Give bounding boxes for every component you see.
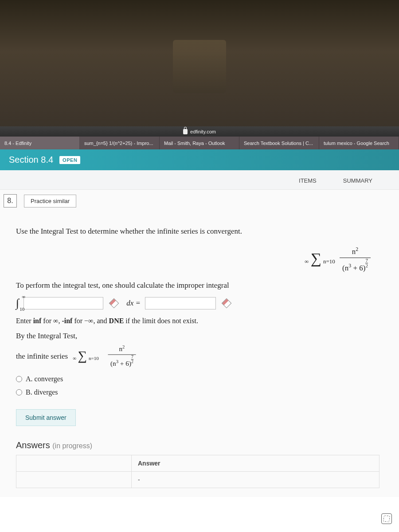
lock-icon [183,129,188,134]
tab-wolfram[interactable]: sum_{n=5} 1/(n^2+25) - Impro... [80,137,160,150]
question-number: 8. [4,194,17,207]
dx-equals: dx = [126,297,141,309]
answers-table: Answer - [16,455,379,488]
integral-input-row: ∫∞10 dx = [16,294,384,313]
browser-address-bar[interactable]: edfinity.com [0,126,399,137]
tab-edfinity[interactable]: 8.4 - Edfinity [0,137,80,150]
by-integral-test: By the Integral Test, [16,330,384,342]
pencil-icon[interactable] [109,298,119,309]
answers-col-answer: Answer [132,455,379,472]
page-content: Section 8.4 OPEN ITEMS SUMMARY 8. Practi… [0,149,399,532]
integral-instruction: To perform the integral test, one should… [16,279,384,291]
tab-chegg[interactable]: Search Textbook Solutions | C... [239,137,319,150]
option-converges[interactable]: A. converges [16,373,384,385]
assignment-nav: ITEMS SUMMARY [0,170,399,190]
question-area: 8. Practice similar Use the Integral Tes… [0,190,399,497]
input-hint: Enter inf for ∞, -inf for −∞, and DNE if… [16,315,384,327]
answers-col-blank [16,455,132,472]
table-row: - [16,472,379,488]
integrand-input[interactable] [23,297,103,309]
section-header: Section 8.4 OPEN [0,149,399,170]
radio-converges[interactable] [16,376,22,382]
desk-photo-background [0,0,399,129]
section-title: Section 8.4 [9,155,53,165]
address-url: edfinity.com [190,129,216,134]
radio-diverges[interactable] [16,389,22,395]
tab-google[interactable]: tulum mexico - Google Search [319,137,399,150]
tab-outlook[interactable]: Mail - Smith, Raya - Outlook [160,137,239,150]
question-prompt: Use the Integral Test to determine wheth… [16,225,384,237]
feedback-icon[interactable] [381,513,392,524]
series-restate: the infinite series ∞ ∑ n=10 n2 (n3 + 6)… [16,342,384,371]
pencil-icon[interactable] [222,298,232,309]
practice-similar-button[interactable]: Practice similar [24,195,76,207]
nav-summary[interactable]: SUMMARY [343,177,372,184]
browser-tab-strip: 8.4 - Edfinity sum_{n=5} 1/(n^2+25) - Im… [0,137,399,150]
answers-heading: Answers (in progress) [4,440,388,455]
option-diverges[interactable]: B. diverges [16,387,384,398]
series-display: ∞ ∑ n=10 n2 (n3 + 6)72 [16,245,371,274]
submit-answer-button[interactable]: Submit answer [16,409,76,426]
nav-items[interactable]: ITEMS [299,177,317,184]
integral-value-input[interactable] [145,297,216,309]
open-badge: OPEN [59,156,80,164]
integral-symbol: ∫∞10 [16,294,19,313]
